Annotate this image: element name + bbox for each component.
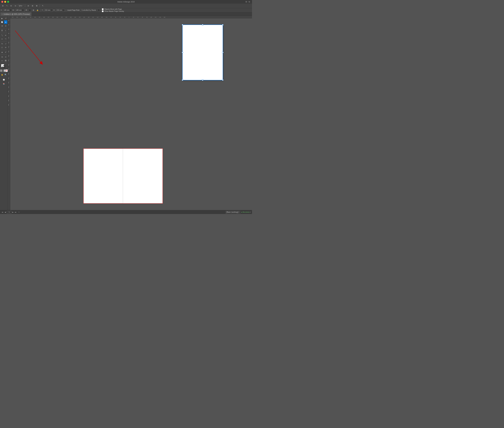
- layout-icon[interactable]: ⊞: [31, 4, 34, 8]
- preview-mode-icon[interactable]: ⬜: [2, 78, 6, 82]
- ruler-left: 20 40 60 80 100 120 140 160 180 200 220 …: [8, 16, 10, 210]
- objects-move-checkbox[interactable]: [102, 8, 104, 10]
- selection-tool[interactable]: ▶: [0, 16, 4, 20]
- handle-br[interactable]: [222, 79, 223, 81]
- last-page-button[interactable]: ⏭: [15, 211, 17, 213]
- main-area: ▶ ↗ 📄 ⬌ ⊕ ⊖ T ⌇ ╲ ✒ ✏ 〜 ↻ ⤢ ⬡: [0, 16, 252, 210]
- handle-bc[interactable]: [202, 79, 203, 81]
- h-input[interactable]: 210 mm: [56, 9, 65, 12]
- page-1-container: [182, 25, 223, 80]
- document-tab[interactable]: × Untitled-1 @ 50% (GPU Preview): [0, 12, 32, 16]
- w-input[interactable]: 148 mm: [15, 9, 24, 12]
- svg-text:260: 260: [70, 17, 72, 18]
- lock-proportions-icon[interactable]: 🔒: [36, 8, 39, 12]
- svg-text:300: 300: [61, 17, 63, 18]
- handle-ml[interactable]: [182, 52, 183, 53]
- rectangle-frame-tool[interactable]: ⊡: [0, 55, 4, 59]
- svg-text:180: 180: [8, 55, 9, 57]
- formatting-color-btn[interactable]: [0, 69, 2, 72]
- formatting-gradient-btn[interactable]: [3, 69, 5, 72]
- show-master-label: Show Master Page Overlay: [104, 10, 124, 12]
- errors-label: No errors: [243, 211, 249, 213]
- current-page-input[interactable]: 1: [7, 211, 11, 214]
- scale-tool[interactable]: ⤢: [4, 42, 7, 45]
- smooth-tool[interactable]: 〜: [4, 37, 7, 41]
- next-page-button[interactable]: ▶: [12, 211, 14, 213]
- stroke-color[interactable]: [3, 66, 5, 68]
- doc-tab-close-icon[interactable]: ×: [2, 13, 3, 15]
- type-tools: T ⌇: [0, 29, 7, 32]
- minimize-button[interactable]: [4, 1, 6, 3]
- svg-text:100: 100: [8, 37, 9, 39]
- svg-text:140: 140: [97, 17, 99, 18]
- svg-text:340: 340: [8, 91, 9, 92]
- handle-tl[interactable]: [182, 24, 183, 25]
- svg-text:160: 160: [92, 17, 94, 18]
- hand-tool[interactable]: ✋: [0, 73, 4, 76]
- pen-tool[interactable]: ✒: [4, 33, 7, 37]
- selection-tools: ▶ ↗: [0, 16, 7, 20]
- y-input[interactable]: 210 mm: [44, 9, 53, 12]
- pointer-arrow-icon[interactable]: ↖: [5, 4, 9, 8]
- svg-text:260: 260: [8, 73, 9, 75]
- svg-text:40: 40: [120, 17, 121, 18]
- svg-text:400: 400: [39, 17, 41, 18]
- tool-separator-6: [1, 63, 7, 63]
- handle-bl[interactable]: [182, 79, 183, 81]
- color-measure-tool[interactable]: ✐: [4, 50, 7, 54]
- add-page-icon[interactable]: +: [18, 211, 19, 213]
- library-icon[interactable]: 📚: [2, 82, 6, 86]
- hand-zoom-tools: ✋ 🔍: [0, 73, 7, 76]
- stock-icon[interactable]: St: [14, 4, 17, 8]
- grid-icon[interactable]: ⊞: [1, 4, 5, 8]
- show-master-checkbox[interactable]: [102, 10, 104, 12]
- svg-text:20: 20: [8, 20, 9, 21]
- prev-page-button[interactable]: ◀: [4, 211, 6, 213]
- handle-mr[interactable]: [222, 52, 223, 53]
- transform-tools: ↻ ⤢: [0, 42, 7, 45]
- handle-tr[interactable]: [222, 24, 223, 25]
- zoom-display[interactable]: 50% ▾: [18, 4, 24, 7]
- chain-link-icon[interactable]: ⛓: [32, 8, 35, 12]
- shear-tool[interactable]: ⬡: [0, 46, 4, 49]
- liquid-rule-dropdown[interactable]: Controlled by Master ▾: [81, 9, 100, 12]
- svg-text:400: 400: [8, 104, 9, 106]
- svg-text:220: 220: [79, 17, 81, 18]
- pencil-tool[interactable]: ✏: [0, 37, 4, 41]
- bridge-icon[interactable]: Br: [9, 4, 13, 8]
- type-tool[interactable]: T: [0, 29, 4, 32]
- style-chevron: ▾: [239, 211, 240, 213]
- view-grid-icon[interactable]: ⊟: [26, 4, 30, 8]
- close-button[interactable]: [1, 1, 3, 3]
- objects-move-label: Objects Move with Page: [104, 8, 122, 10]
- line-tool[interactable]: ╲: [0, 33, 4, 37]
- style-dropdown[interactable]: [Basic (working)] ▾: [225, 211, 240, 214]
- gap-tool[interactable]: ⬌: [4, 20, 7, 24]
- zoom-tool[interactable]: 🔍: [4, 73, 7, 76]
- toolbox: ▶ ↗ 📄 ⬌ ⊕ ⊖ T ⌇ ╲ ✒ ✏ 〜 ↻ ⤢ ⬡: [0, 16, 8, 210]
- content-placer-tool[interactable]: ⊖: [4, 24, 7, 28]
- handle-tc[interactable]: [202, 24, 203, 25]
- arrange-icon[interactable]: ⊠: [35, 4, 39, 8]
- rotate-tool[interactable]: ↻: [0, 42, 4, 45]
- x-input[interactable]: 148 mm: [3, 9, 12, 12]
- bottom-tools: ⬜ 📚: [2, 78, 6, 86]
- free-transform-tool[interactable]: ⟳: [4, 46, 7, 49]
- direct-selection-tool[interactable]: ↗: [4, 16, 7, 20]
- page-size-chevron: ▾: [28, 9, 29, 11]
- maximize-button[interactable]: [7, 1, 9, 3]
- eyedropper-tool[interactable]: ◈: [0, 50, 4, 54]
- ellipse-frame-tool[interactable]: ⊙: [4, 55, 7, 59]
- first-page-button[interactable]: ⏮: [1, 211, 4, 213]
- errors-section: ● No errors ▾: [241, 211, 251, 213]
- formatting-none-btn[interactable]: ⊘: [5, 69, 8, 72]
- content-collector-tool[interactable]: ⊕: [0, 24, 4, 28]
- image-tool[interactable]: 🖼: [4, 59, 7, 62]
- rectangle-tool[interactable]: ▭: [0, 59, 4, 62]
- fill-stroke-area: [0, 64, 7, 69]
- pen-quick-icon[interactable]: ✎: [41, 4, 44, 8]
- canvas-area: 520 500 480 460 440 420 400 380 360 340 …: [10, 16, 252, 210]
- page-tool[interactable]: 📄: [0, 20, 4, 24]
- vertical-type-tool[interactable]: ⌇: [4, 29, 7, 32]
- page-size-dropdown[interactable]: A5 ▾: [25, 9, 31, 12]
